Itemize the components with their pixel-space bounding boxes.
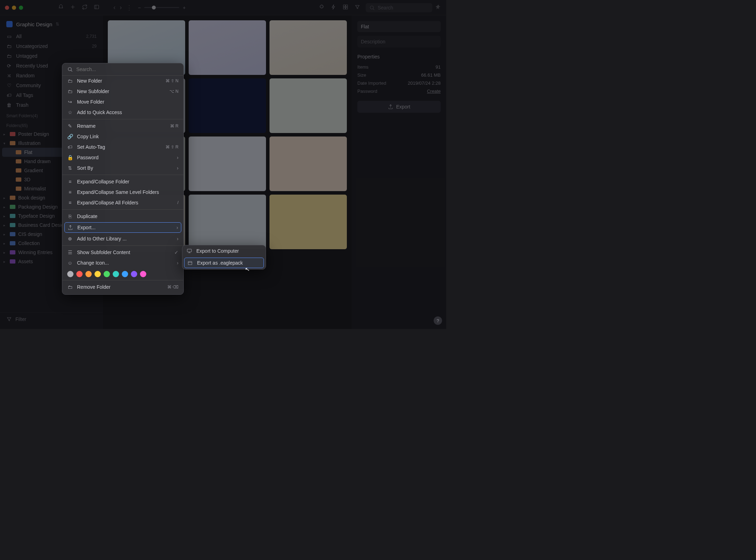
chevron-right-icon: ›	[177, 260, 178, 266]
ctx-export[interactable]: Export... ›	[64, 222, 181, 233]
submenu-opt1-label: Export to Computer	[196, 248, 239, 254]
monitor-icon	[187, 248, 192, 254]
filter-icon	[6, 316, 12, 322]
help-button[interactable]: ?	[434, 316, 442, 325]
prop-row-password: PasswordCreate	[357, 87, 441, 95]
color-swatch[interactable]	[131, 271, 137, 277]
color-swatch[interactable]	[85, 271, 92, 277]
color-swatch[interactable]	[67, 271, 74, 277]
tile-11[interactable]	[189, 195, 266, 249]
actions-icon[interactable]	[331, 4, 336, 11]
ctx-color-swatches	[62, 268, 183, 279]
sidebar-toggle-icon[interactable]	[94, 4, 99, 11]
ctx-remove-label: Remove Folder	[77, 284, 111, 290]
tile-3[interactable]	[270, 20, 347, 75]
ctx-sort-by[interactable]: ⇅Sort By›	[62, 163, 183, 173]
nav-untagged[interactable]: 🗀Untagged	[0, 51, 103, 61]
disclosure-icon: ▸	[4, 223, 7, 227]
folder-icon	[10, 141, 15, 145]
ctx-new-folder[interactable]: 🗀New Folder⌘ ⇧ N	[62, 76, 183, 86]
color-swatch[interactable]	[104, 271, 110, 277]
nav-label: Community	[16, 83, 41, 88]
zoom-slider[interactable]: − +	[138, 5, 186, 10]
tile-8[interactable]	[189, 136, 266, 191]
close-window-button[interactable]	[5, 6, 9, 10]
ctx-set-auto-tag[interactable]: 🏷Set Auto-Tag⌘ ⇧ R	[62, 142, 183, 152]
shortcut: ⌘ ⇧ N	[166, 78, 178, 83]
svg-rect-1	[343, 5, 345, 7]
color-swatch[interactable]	[76, 271, 83, 277]
back-button[interactable]: ‹	[113, 4, 115, 12]
context-menu: 🗀New Folder⌘ ⇧ N🗀New Subfolder⌥ N↪Move F…	[62, 63, 184, 295]
ctx-copy-link[interactable]: 🔗Copy Link	[62, 131, 183, 142]
ctx-rename[interactable]: ✎Rename⌘ R	[62, 121, 183, 131]
tile-5[interactable]	[189, 78, 266, 133]
submenu-export-computer[interactable]: Export to Computer	[182, 245, 266, 257]
minimize-window-button[interactable]	[12, 6, 16, 10]
sync-icon[interactable]	[82, 4, 88, 11]
properties-heading: Properties	[357, 54, 441, 59]
tile-12[interactable]	[270, 195, 347, 249]
export-button[interactable]: Export	[357, 101, 441, 113]
folder-label: 3D	[24, 177, 30, 182]
folder-label: Collection	[18, 240, 40, 246]
color-swatch[interactable]	[113, 271, 119, 277]
color-swatch[interactable]	[140, 271, 146, 277]
ctx-add-other-library[interactable]: ⊕Add to Other Library ...›	[62, 233, 183, 244]
ctx-item-icon: 🔗	[67, 134, 73, 139]
filter-label: Filter	[15, 316, 26, 322]
ctx-new-subfolder[interactable]: 🗀New Subfolder⌥ N	[62, 86, 183, 97]
ctx-remove-folder[interactable]: 🗀Remove Folder⌘ ⌫	[62, 282, 183, 292]
plugins-icon[interactable]	[319, 4, 324, 11]
ctx-item-label: Add to Quick Access	[77, 110, 122, 115]
context-search-input[interactable]	[62, 63, 183, 76]
tile-9[interactable]	[270, 136, 347, 191]
ctx-expand-collapse-all-folders[interactable]: ≡Expand/Collapse All Folders/	[62, 197, 183, 208]
tile-2[interactable]	[189, 20, 266, 75]
ctx-move-folder[interactable]: ↪Move Folder	[62, 97, 183, 107]
ctx-duplicate[interactable]: ⎘Duplicate	[62, 211, 183, 222]
search-icon	[369, 5, 375, 10]
zoom-in-icon[interactable]: +	[183, 5, 186, 10]
nav-all[interactable]: ▭All2,731	[0, 31, 103, 41]
layout-icon[interactable]	[343, 4, 348, 11]
zoom-window-button[interactable]	[19, 6, 23, 10]
filter-row[interactable]: Filter	[0, 313, 103, 326]
folder-icon	[10, 196, 15, 200]
description-input[interactable]: Description	[357, 36, 441, 48]
folder-label: Business Card Design	[18, 222, 67, 228]
add-icon[interactable]	[70, 4, 76, 11]
ctx-add-to-quick-access[interactable]: ☆Add to Quick Access	[62, 107, 183, 118]
folder-label: Packaging Design	[18, 204, 58, 210]
ctx-show-subfolder[interactable]: ☰Show Subfolder Content✓	[62, 247, 183, 258]
folder-icon	[10, 232, 15, 236]
notifications-icon[interactable]	[58, 4, 64, 11]
ctx-expand-collapse-same-level-folders[interactable]: ≡Expand/Collapse Same Level Folders	[62, 187, 183, 197]
nav-icon: 🗀	[6, 43, 12, 49]
ctx-item-label: Set Auto-Tag	[77, 144, 105, 150]
ctx-item-icon: 🗀	[67, 78, 73, 84]
submenu-export-eaglepack[interactable]: Export as .eaglepack	[184, 258, 264, 268]
folder-title-input[interactable]	[357, 21, 441, 32]
forward-button[interactable]: ›	[120, 4, 122, 12]
tile-6[interactable]	[270, 78, 347, 133]
filter-icon[interactable]	[355, 4, 360, 11]
ctx-change-icon[interactable]: ☺Change Icon...›	[62, 258, 183, 268]
color-swatch[interactable]	[122, 271, 128, 277]
ctx-item-label: New Subfolder	[77, 89, 109, 94]
nav-icon: 🏷	[6, 92, 12, 98]
prop-value[interactable]: Create	[427, 89, 441, 94]
chevron-right-icon: ›	[176, 225, 178, 230]
pin-icon[interactable]	[436, 4, 441, 11]
color-swatch[interactable]	[94, 271, 101, 277]
search-input[interactable]: Search	[366, 3, 432, 12]
disclosure-icon: ▸	[4, 214, 7, 218]
folder-icon	[10, 214, 15, 218]
prop-key: Date Imported	[357, 80, 386, 86]
ctx-expand-collapse-folder[interactable]: ≡Expand/Collapse Folder	[62, 176, 183, 187]
library-selector[interactable]: Graphic Design ⇅	[0, 19, 103, 31]
ctx-password[interactable]: 🔒Password›	[62, 152, 183, 163]
nav-uncategorized[interactable]: 🗀Uncategorized29	[0, 41, 103, 51]
export-submenu: Export to Computer Export as .eaglepack	[182, 245, 266, 270]
zoom-out-icon[interactable]: −	[138, 5, 141, 10]
